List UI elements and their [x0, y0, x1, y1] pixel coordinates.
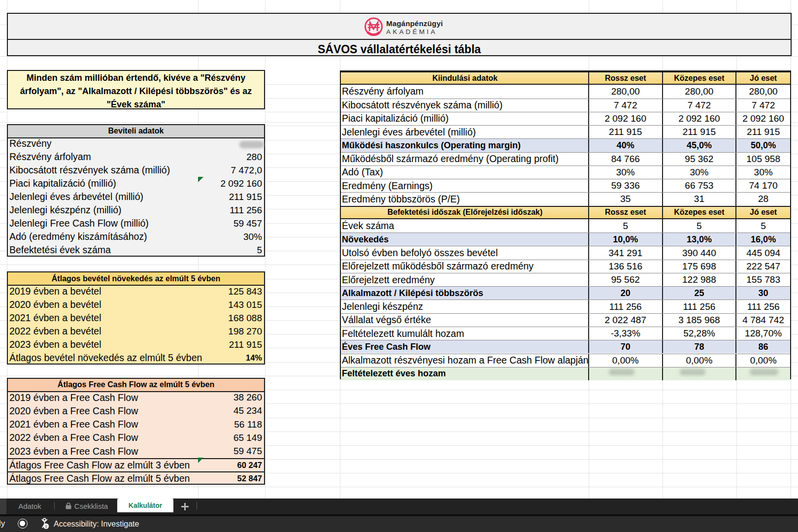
svg-text:!: ! [45, 524, 47, 529]
